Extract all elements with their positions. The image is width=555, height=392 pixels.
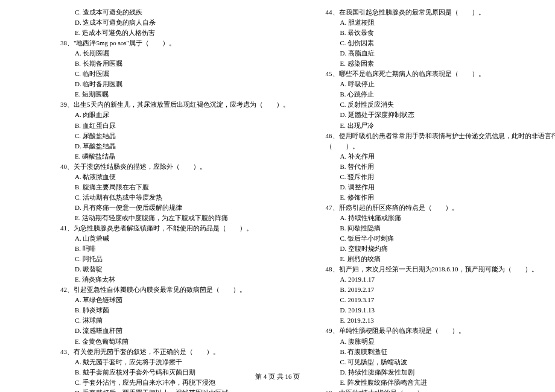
option: C. 可见肠型，肠蠕动波 — [320, 357, 556, 367]
option: E. 金黄色葡萄球菌 — [54, 337, 290, 347]
option: B. 有腹膜刺激征 — [320, 347, 556, 357]
option: C. 驳斥作用 — [320, 172, 556, 182]
option: E. 剧烈的绞痛 — [320, 254, 556, 264]
right-column: 44、在我国引起急性胰腺炎的最常见原因是（ ）。 A. 胆道梗阻 B. 暴饮暴食… — [320, 7, 556, 392]
option: D. 造成本可避免的病人自杀 — [54, 17, 290, 28]
question-stem-40: 40、关于溃疡性结肠炎的描述，应除外（ ）。 — [54, 162, 290, 172]
option: D. 手套戴好后，两手置于腰以上，视线范围以内区域 — [54, 388, 290, 392]
option: E. 修饰作用 — [320, 192, 556, 203]
option: C. 阿托品 — [54, 254, 290, 264]
question-stem-38: 38、"地西泮5mg po sos"属于（ ）。 — [54, 38, 290, 48]
option: D. 流感嗜血杆菌 — [54, 326, 290, 336]
question-stem-43: 43、有关使用无菌手套的叙述，不正确的是（ ）。 — [54, 347, 290, 357]
question-stem-39: 39、出生5天内的新生儿，其尿液放置后出现红褐色沉淀，应考虑为（ ）。 — [54, 100, 290, 110]
option: E. 出现尸冷 — [320, 121, 556, 131]
option: B. 血红蛋白尿 — [54, 121, 290, 131]
option: A. 肉眼血尿 — [54, 110, 290, 120]
option: C. 活动期有低热或中等度发热 — [54, 192, 290, 203]
option: D. 临时备用医嘱 — [54, 79, 290, 89]
option: A. 胆道梗阻 — [320, 17, 556, 28]
question-stem-46-cont: （ ）。 — [320, 141, 556, 151]
option: B. 心跳停止 — [320, 89, 556, 100]
option: C. 2019.3.17 — [320, 295, 556, 305]
option: B. 间歇性隐痛 — [320, 223, 556, 233]
question-stem-44: 44、在我国引起急性胰腺炎的最常见原因是（ ）。 — [320, 7, 556, 17]
option: A. 2019.1.17 — [320, 274, 556, 285]
left-column: C. 造成本可避免的残疾 D. 造成本可避免的病人自杀 E. 造成本可避免的人格… — [54, 7, 290, 392]
option: B. 暴饮暴食 — [320, 28, 556, 38]
question-stem-47: 47、肝癌引起的肝区疼痛的特点是（ ）。 — [320, 203, 556, 213]
question-stem-42: 42、引起亚急性自体瓣膜心内膜炎最常见的致病菌是（ ）。 — [54, 285, 290, 295]
page-footer: 第 4 页 共 16 页 — [0, 372, 555, 381]
option: C. 尿酸盐结晶 — [54, 131, 290, 141]
option: A. 腹胀明显 — [320, 337, 556, 347]
question-stem-45: 45、哪些不是临床死亡期病人的临床表现是（ ）。 — [320, 69, 556, 79]
option: C. 反射性反应消失 — [320, 100, 556, 110]
option: B. 吗啡 — [54, 244, 290, 254]
question-stem-46: 46、使用呼吸机的患者常常用手势和表情与护士传递交流信息，此时的非语言行为对语言… — [320, 131, 556, 141]
option: D. 高脂血症 — [320, 48, 556, 58]
option: D. 草酸盐结晶 — [54, 141, 290, 151]
option: C. 淋球菌 — [54, 315, 290, 326]
question-stem-48: 48、初产妇，末次月经第一天日期为2018.6.10，预产期可能为（ ）。 — [320, 264, 556, 274]
option: A. 山莨菪碱 — [54, 233, 290, 244]
option: A. 黏液脓血便 — [54, 172, 290, 182]
option: D. 空腹时烧灼痛 — [320, 244, 556, 254]
option: D. 哌替啶 — [54, 264, 290, 274]
option: D. 调整作用 — [320, 182, 556, 192]
option: E. 消炎痛太林 — [54, 274, 290, 285]
option: E. 短期医嘱 — [54, 89, 290, 100]
option: C. 饭后半小时刺痛 — [320, 233, 556, 244]
option: E. 感染因素 — [320, 58, 556, 69]
option: B. 长期备用医嘱 — [54, 58, 290, 69]
option: B. 2019.2.17 — [320, 285, 556, 295]
option: D. 具有疼痛一便意一便后缓解的规律 — [54, 203, 290, 213]
question-stem-50: 50、中医的"情志"指的是（ ）。 — [320, 388, 556, 392]
option: A. 呼吸停止 — [320, 79, 556, 89]
option: A. 补充作用 — [320, 151, 556, 162]
option: E. 造成本可避免的人格伤害 — [54, 28, 290, 38]
option: E. 活动期有轻度或中度腹痛，为左下腹或下腹的阵痛 — [54, 213, 290, 223]
option: D. 2019.1.13 — [320, 305, 556, 315]
option: B. 腹痛主要局限在右下腹 — [54, 182, 290, 192]
option: A. 持续性钝痛或胀痛 — [320, 213, 556, 223]
option: C. 创伤因素 — [320, 38, 556, 48]
option: E. 2019.2.13 — [320, 315, 556, 326]
option: C. 造成本可避免的残疾 — [54, 7, 290, 17]
option: D. 延髓处于深度抑制状态 — [320, 110, 556, 120]
option: A. 戴无菌手套时，应先将手洗净擦干 — [54, 357, 290, 367]
option: C. 临时医嘱 — [54, 69, 290, 79]
question-stem-49: 49、单纯性肠梗阻最早的临床表现是（ ）。 — [320, 326, 556, 336]
option: A. 长期医嘱 — [54, 48, 290, 58]
question-stem-41: 41、为急性胰腺炎患者解痉镇痛时，不能使用的药品是（ ）。 — [54, 223, 290, 233]
option: B. 肺炎球菌 — [54, 305, 290, 315]
option: E. 磷酸盐结晶 — [54, 151, 290, 162]
option: A. 草绿色链球菌 — [54, 295, 290, 305]
option: B. 替代作用 — [320, 162, 556, 172]
